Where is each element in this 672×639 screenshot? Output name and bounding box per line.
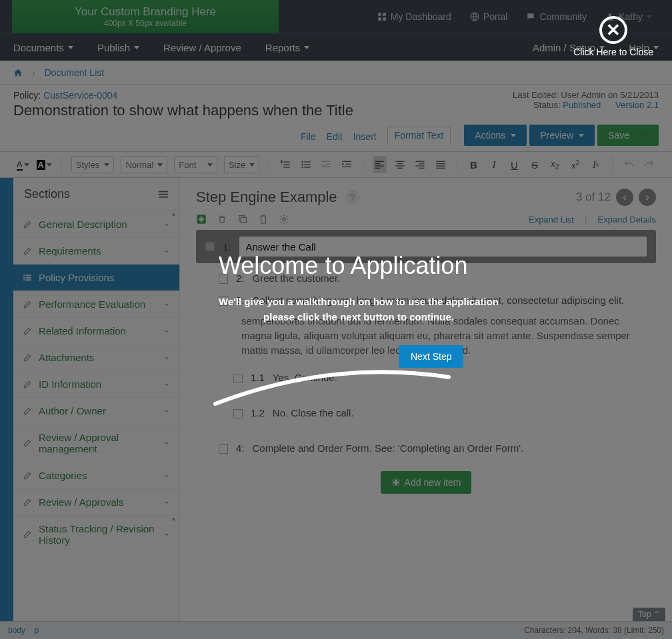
- next-step-button[interactable]: Next Step: [399, 345, 463, 368]
- close-overlay[interactable]: ✕ Click Here to Close: [573, 16, 653, 57]
- next-step-label: Next Step: [411, 351, 451, 362]
- walkthrough-overlay: ✕ Click Here to Close Welcome to Applica…: [0, 0, 672, 639]
- close-text: Click Here to Close: [573, 47, 653, 57]
- close-icon: ✕: [599, 16, 627, 44]
- overlay-content: Welcome to Application We'll give you a …: [219, 252, 499, 324]
- overlay-body: We'll give you a walkthrough on how to u…: [219, 295, 499, 324]
- overlay-heading: Welcome to Application: [219, 252, 499, 280]
